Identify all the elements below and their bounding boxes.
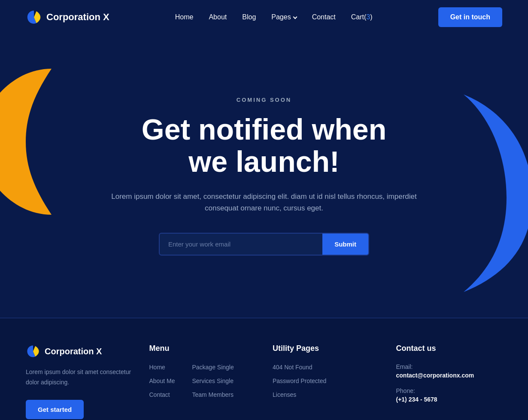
nav-blog[interactable]: Blog <box>242 13 256 21</box>
footer-menu-cols: Home About Me Contact Package Single Ser… <box>149 363 256 399</box>
hero-section: COMING SOON Get notified when we launch!… <box>0 34 528 318</box>
footer-link-package-single[interactable]: Package Single <box>192 364 234 371</box>
phone-label: Phone: <box>396 387 503 394</box>
footer-utility-item: 404 Not Found <box>273 363 379 371</box>
footer-grid: Corporation X Lorem ipsum dolor sit amet… <box>26 344 502 419</box>
coming-soon-label: COMING SOON <box>109 97 419 103</box>
nav-pages-dropdown[interactable]: Pages <box>271 13 296 21</box>
footer-link-about-me[interactable]: About Me <box>149 377 175 384</box>
footer-menu-item: Team Members <box>192 391 234 399</box>
footer-link-404[interactable]: 404 Not Found <box>273 364 313 371</box>
footer-utility-title: Utility Pages <box>273 344 379 353</box>
footer-menu-col: Menu Home About Me Contact Package Singl… <box>149 344 256 419</box>
email-input[interactable] <box>160 234 322 255</box>
footer-menu-item: Services Single <box>192 377 234 385</box>
footer-menu-item: Contact <box>149 391 175 399</box>
yellow-crescent-decoration <box>0 60 69 223</box>
nav-links: Home About Blog Pages Contact Cart(3) <box>175 13 373 21</box>
hero-content: COMING SOON Get notified when we launch!… <box>101 79 427 273</box>
get-in-touch-button[interactable]: Get in touch <box>438 7 502 27</box>
footer-brand: Corporation X <box>26 344 132 359</box>
footer-utility-item: Password Protected <box>273 377 379 385</box>
chevron-down-icon <box>293 15 297 19</box>
footer: Corporation X Lorem ipsum dolor sit amet… <box>0 318 528 420</box>
footer-menu-item: Home <box>149 363 175 371</box>
footer-description: Lorem ipsum dolor sit amet consectetur d… <box>26 367 132 388</box>
footer-menu-col2: Package Single Services Single Team Memb… <box>192 363 234 399</box>
footer-link-contact[interactable]: Contact <box>149 391 170 398</box>
footer-contact-col: Contact us Email: contact@corporationx.c… <box>396 344 503 419</box>
email-value: contact@corporationx.com <box>396 372 503 379</box>
phone-value: (+1) 234 - 5678 <box>396 396 503 403</box>
brand-logo-link[interactable]: Corporation X <box>26 9 109 25</box>
footer-link-services-single[interactable]: Services Single <box>192 377 234 384</box>
brand-logo-icon <box>26 9 42 25</box>
footer-menu-col1: Home About Me Contact <box>149 363 175 399</box>
footer-menu-item: Package Single <box>192 363 234 371</box>
footer-menu-item: About Me <box>149 377 175 385</box>
footer-utility-col: Utility Pages 404 Not Found Password Pro… <box>273 344 379 419</box>
footer-link-home[interactable]: Home <box>149 364 165 371</box>
nav-cart[interactable]: Cart(3) <box>351 13 373 21</box>
get-started-button[interactable]: Get started <box>26 400 84 419</box>
footer-link-licenses[interactable]: Licenses <box>273 391 296 398</box>
nav-home[interactable]: Home <box>175 13 194 21</box>
footer-brand-col: Corporation X Lorem ipsum dolor sit amet… <box>26 344 132 419</box>
footer-logo-icon <box>26 344 40 359</box>
footer-link-team-members[interactable]: Team Members <box>192 391 233 398</box>
nav-about[interactable]: About <box>209 13 227 21</box>
email-form: Submit <box>159 233 369 256</box>
footer-menu-title: Menu <box>149 344 256 353</box>
footer-contact-title: Contact us <box>396 344 503 353</box>
email-label: Email: <box>396 363 503 370</box>
submit-button[interactable]: Submit <box>322 234 368 255</box>
navbar: Corporation X Home About Blog Pages Cont… <box>0 0 528 34</box>
nav-contact[interactable]: Contact <box>312 13 336 21</box>
brand-name: Corporation X <box>46 12 109 23</box>
footer-link-password-protected[interactable]: Password Protected <box>273 377 326 384</box>
hero-title: Get notified when we launch! <box>109 113 419 178</box>
blue-crescent-decoration <box>446 86 528 301</box>
hero-description: Lorem ipsum dolor sit amet, consectetur … <box>109 191 419 214</box>
footer-utility-item: Licenses <box>273 391 379 399</box>
footer-brand-name: Corporation X <box>45 347 102 356</box>
